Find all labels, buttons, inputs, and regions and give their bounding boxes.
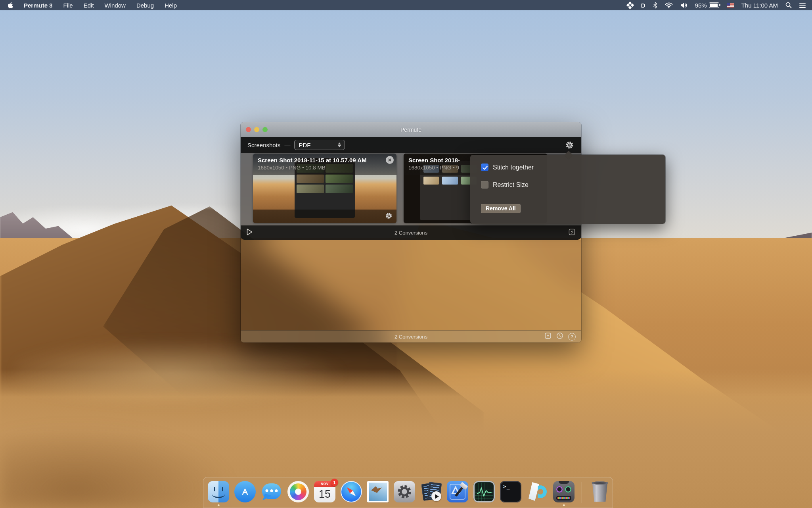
status-conversions-label: 2 Conversions: [241, 334, 581, 340]
d-badge-status-icon[interactable]: D: [641, 0, 645, 10]
restrict-size-checkbox[interactable]: [481, 181, 488, 189]
conversions-count-label: 2 Conversions: [241, 230, 581, 236]
spotlight-icon[interactable]: [785, 0, 792, 10]
bluetooth-icon[interactable]: [653, 0, 657, 10]
dock-item-system-preferences[interactable]: [393, 480, 416, 503]
remove-all-button[interactable]: Remove All: [481, 204, 521, 213]
stitch-together-option[interactable]: Stitch together: [481, 164, 534, 171]
calendar-day-label: 15: [313, 486, 336, 502]
help-button[interactable]: ?: [568, 333, 576, 341]
minimize-window-button[interactable]: [254, 127, 259, 132]
settings-popover: Stitch together Restrict Size Remove All: [470, 155, 665, 224]
auto-action-button[interactable]: [544, 332, 552, 341]
header-dash: —: [284, 142, 290, 148]
file-card-1-info: Screen Shot 2018-11-15 at 10.57.09 AM 16…: [253, 154, 396, 175]
menu-help[interactable]: Help: [165, 2, 177, 9]
apple-menu-icon[interactable]: [8, 0, 13, 10]
wallpaper-highlight: [16, 341, 404, 405]
menu-clock[interactable]: Thu 11:00 AM: [741, 2, 778, 9]
dock-item-terminal[interactable]: >_: [499, 480, 522, 503]
conversions-bar: 2 Conversions: [241, 225, 581, 240]
file-meta: 1680x1050 • PNG • 10.8 MB: [258, 165, 392, 171]
dropdown-arrows-icon: [338, 142, 341, 148]
battery-icon: [709, 2, 719, 8]
file-card-1-footer: [253, 210, 396, 223]
file-settings-gear-button[interactable]: [385, 212, 393, 221]
menu-debug[interactable]: Debug: [136, 2, 154, 9]
close-window-button[interactable]: [246, 127, 251, 132]
zoom-window-button[interactable]: [262, 127, 268, 132]
calendar-notification-badge: 1: [331, 479, 338, 486]
dock-item-app-store[interactable]: [234, 480, 257, 503]
window-title: Permute: [400, 127, 421, 133]
file-card-1[interactable]: Screen Shot 2018-11-15 at 10.57.09 AM 16…: [253, 154, 396, 223]
dock-item-mail[interactable]: [366, 480, 389, 503]
dock-item-activity-monitor[interactable]: [473, 480, 496, 503]
volume-icon[interactable]: [680, 0, 688, 10]
dock-item-messages[interactable]: [260, 480, 283, 503]
terminal-prompt-glyph: >_: [503, 483, 510, 489]
input-source-flag-icon[interactable]: [727, 3, 734, 8]
dock-item-xcode[interactable]: [446, 480, 469, 503]
dock: NOV 15 1 >_: [203, 477, 613, 508]
battery-percent: 95%: [695, 2, 707, 9]
dock-item-documentation[interactable]: [526, 480, 549, 503]
dock-separator: [582, 482, 582, 503]
dock-item-safari[interactable]: [340, 480, 363, 503]
restrict-size-option[interactable]: Restrict Size: [481, 181, 529, 189]
window-status-bar: 2 Conversions ?: [241, 330, 581, 343]
dock-item-trash[interactable]: [588, 480, 611, 503]
menu-file[interactable]: File: [63, 2, 73, 9]
dock-item-photos[interactable]: [287, 480, 310, 503]
stitch-together-checkbox[interactable]: [481, 164, 488, 171]
format-dropdown[interactable]: PDF: [294, 140, 345, 150]
desktop: Permute 3 File Edit Window Debug Help D …: [0, 0, 812, 508]
menu-edit[interactable]: Edit: [84, 2, 94, 9]
restrict-size-label: Restrict Size: [493, 181, 529, 189]
dock-item-code-runner[interactable]: [419, 480, 442, 503]
dock-item-finder[interactable]: [207, 480, 230, 503]
remove-file-button[interactable]: ×: [386, 156, 394, 164]
format-dropdown-value: PDF: [299, 142, 310, 148]
menu-bar: Permute 3 File Edit Window Debug Help D …: [0, 0, 812, 10]
conversion-header-bar: Screenshots — PDF: [241, 137, 581, 153]
file-title: Screen Shot 2018-11-15 at 10.57.09 AM: [258, 157, 392, 164]
battery-indicator[interactable]: 95%: [695, 2, 719, 9]
menu-window[interactable]: Window: [105, 2, 126, 9]
diamond-grid-status-icon[interactable]: [627, 2, 634, 9]
source-group-label: Screenshots: [247, 142, 280, 148]
window-titlebar[interactable]: Permute: [241, 122, 581, 137]
stitch-together-label: Stitch together: [493, 164, 534, 171]
auto-action-button[interactable]: [568, 228, 576, 237]
dock-item-permute[interactable]: [552, 480, 575, 503]
wifi-icon[interactable]: [665, 0, 673, 10]
drop-zone[interactable]: [241, 240, 581, 330]
history-clock-button[interactable]: [556, 332, 563, 341]
dock-item-calendar[interactable]: NOV 15 1: [313, 480, 336, 503]
menu-app-name[interactable]: Permute 3: [24, 2, 53, 9]
notification-center-icon[interactable]: [799, 0, 806, 10]
preset-settings-gear-button[interactable]: [564, 140, 575, 150]
